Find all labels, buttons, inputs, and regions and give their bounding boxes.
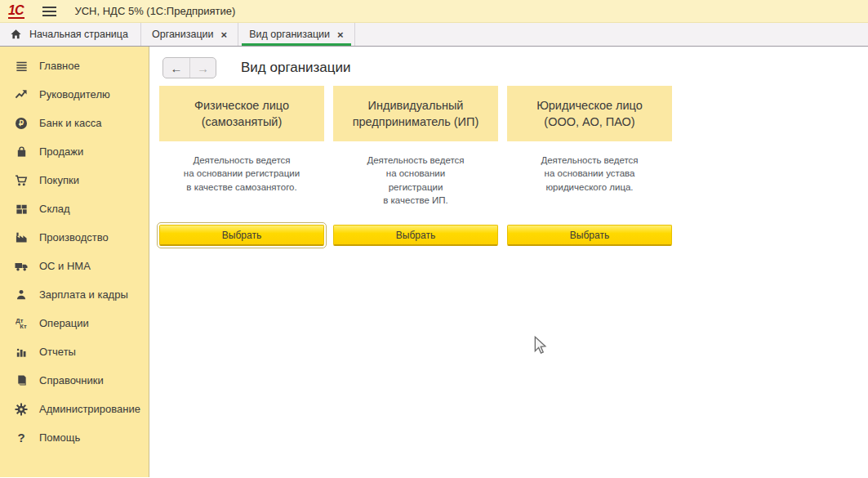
ruble-circle-icon: ₽ bbox=[13, 116, 29, 131]
svg-text:₽: ₽ bbox=[19, 118, 24, 127]
sidebar-item-pomoshch[interactable]: ? Помощь bbox=[0, 423, 149, 452]
home-tab-label: Начальная страница bbox=[29, 29, 128, 40]
sidebar-item-rukovoditelyu[interactable]: Руководителю bbox=[0, 80, 149, 109]
card-header: Физическое лицо (самозанятый) bbox=[159, 86, 324, 141]
sidebar-item-administrirovanie[interactable]: Администрирование bbox=[0, 395, 149, 423]
sidebar: Главное Руководителю ₽ Банк и касса Прод… bbox=[0, 47, 149, 477]
sidebar-item-label: ОС и НМА bbox=[39, 260, 91, 272]
sidebar-item-spravochniki[interactable]: Справочники bbox=[0, 366, 149, 395]
sidebar-item-label: Продажи bbox=[39, 145, 83, 158]
shopping-bag-icon bbox=[13, 145, 29, 159]
sidebar-item-os-i-nma[interactable]: ОС и НМА bbox=[0, 252, 149, 280]
card-description: Деятельность ведется на основании регист… bbox=[333, 154, 498, 207]
tab-organizatsii[interactable]: Организации × bbox=[141, 23, 238, 46]
title-bar: 1С УСН, НДС 5% (1С:Предприятие) bbox=[0, 0, 868, 23]
tab-label: Организации bbox=[152, 29, 214, 40]
factory-icon bbox=[13, 230, 29, 245]
shopping-cart-icon bbox=[13, 173, 29, 188]
home-icon bbox=[10, 29, 22, 40]
truck-icon bbox=[13, 259, 29, 274]
tab-close-icon[interactable]: × bbox=[337, 29, 344, 40]
card-description: Деятельность ведется на основании регист… bbox=[159, 154, 324, 194]
sidebar-item-zarplata-i-kadry[interactable]: Зарплата и кадры bbox=[0, 280, 149, 309]
sidebar-item-label: Зарплата и кадры bbox=[39, 288, 128, 301]
main-menu-icon[interactable] bbox=[42, 7, 56, 16]
warehouse-boxes-icon bbox=[13, 202, 29, 217]
card-yuridicheskoe-litso: Юридическое лицо (ООО, АО, ПАО) Деятельн… bbox=[507, 86, 672, 246]
card-description: Деятельность ведется на основании устава… bbox=[507, 154, 672, 194]
home-tab[interactable]: Начальная страница bbox=[0, 23, 141, 46]
bar-chart-icon bbox=[13, 345, 29, 360]
tab-close-icon[interactable]: × bbox=[221, 29, 228, 40]
organization-type-cards: Физическое лицо (самозанятый) Деятельнос… bbox=[159, 86, 868, 246]
forward-button[interactable]: → bbox=[189, 58, 216, 78]
book-icon bbox=[13, 373, 29, 388]
sidebar-item-label: Производство bbox=[39, 231, 109, 243]
card-fizicheskoe-litso: Физическое лицо (самозанятый) Деятельнос… bbox=[159, 86, 324, 246]
sidebar-item-label: Администрирование bbox=[39, 403, 140, 415]
app-window: 1С УСН, НДС 5% (1С:Предприятие) Начальна… bbox=[0, 0, 868, 478]
sidebar-item-sklad[interactable]: Склад bbox=[0, 194, 149, 223]
sidebar-item-pokupki[interactable]: Покупки bbox=[0, 166, 149, 194]
back-button[interactable]: ← bbox=[163, 58, 189, 78]
sidebar-item-label: Справочники bbox=[39, 374, 104, 386]
tab-vid-organizatsii[interactable]: Вид организации × bbox=[238, 23, 355, 46]
sidebar-item-label: Помощь bbox=[39, 431, 80, 444]
page-title: Вид организации bbox=[241, 60, 351, 76]
window-title: УСН, НДС 5% (1С:Предприятие) bbox=[74, 5, 235, 17]
question-icon: ? bbox=[13, 431, 29, 445]
gear-icon bbox=[13, 402, 29, 417]
sidebar-item-label: Руководителю bbox=[39, 88, 110, 101]
tab-bar: Начальная страница Организации × Вид орг… bbox=[0, 23, 868, 47]
sidebar-item-label: Покупки bbox=[39, 174, 79, 186]
card-individualny-predprinimatel: Индивидуальный предприниматель (ИП) Деят… bbox=[333, 86, 498, 246]
sidebar-item-label: Склад bbox=[39, 203, 70, 215]
menu-lines-icon bbox=[13, 59, 29, 74]
debit-credit-icon: ДтКт bbox=[13, 316, 29, 331]
sidebar-item-proizvodstvo[interactable]: Производство bbox=[0, 223, 149, 252]
content-area: ← → Вид организации Физическое лицо (сам… bbox=[149, 47, 868, 477]
select-button-fizicheskoe-litso[interactable]: Выбрать bbox=[159, 225, 324, 246]
sidebar-item-label: Отчеты bbox=[39, 346, 76, 358]
card-header: Индивидуальный предприниматель (ИП) bbox=[333, 86, 498, 141]
sidebar-item-label: Банк и касса bbox=[39, 117, 102, 129]
select-button-individualny-predprinimatel[interactable]: Выбрать bbox=[333, 225, 498, 246]
tab-label: Вид организации bbox=[249, 29, 330, 40]
sidebar-item-prodazhi[interactable]: Продажи bbox=[0, 137, 149, 166]
sidebar-item-label: Операции bbox=[39, 317, 89, 329]
select-button-yuridicheskoe-litso[interactable]: Выбрать bbox=[507, 225, 672, 246]
sidebar-item-bank-i-kassa[interactable]: ₽ Банк и касса bbox=[0, 109, 149, 137]
history-nav: ← → bbox=[162, 57, 216, 78]
content-header: ← → Вид организации bbox=[162, 57, 868, 78]
card-header: Юридическое лицо (ООО, АО, ПАО) bbox=[507, 86, 672, 141]
sidebar-item-glavnoe[interactable]: Главное bbox=[0, 51, 149, 80]
trend-chart-icon bbox=[13, 87, 29, 102]
person-icon bbox=[13, 288, 29, 302]
sidebar-item-otchety[interactable]: Отчеты bbox=[0, 337, 149, 366]
sidebar-item-operatsii[interactable]: ДтКт Операции bbox=[0, 309, 149, 337]
1c-logo-icon: 1С bbox=[8, 4, 24, 19]
sidebar-item-label: Главное bbox=[39, 60, 80, 72]
